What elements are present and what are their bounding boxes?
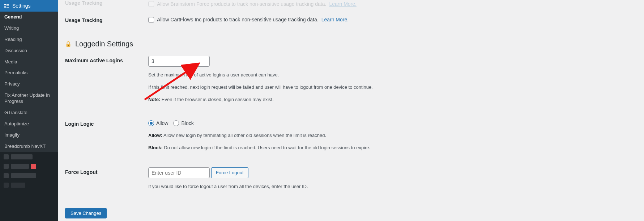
force-logout-userid-input[interactable] [148,167,210,178]
svg-rect-0 [4,4,6,5]
row-label: Usage Tracking [65,0,145,10]
lock-icon [65,41,72,47]
desc-text: Do not allow new login if the limit is r… [163,145,370,150]
sidebar-item-writing[interactable]: Writing [0,23,58,34]
sidebar-item-label: Reading [4,37,22,42]
login-logic-allow-desc: Allow: Allow new login by terminating al… [148,132,553,139]
checkbox-label: Allow Brainstorm Force products to track… [157,0,326,8]
note-label: Note: [148,97,160,102]
svg-rect-6 [68,45,69,46]
desc-bold: Block: [148,145,163,150]
redacted-label [11,154,33,159]
sidebar-item-permalinks[interactable]: Permalinks [0,67,58,79]
sidebar-item-discussion[interactable]: Discussion [0,45,58,57]
login-logic-allow-option[interactable]: Allow [148,119,168,127]
max-logins-row: Maximum Active Logins Set the maximum no… [65,50,557,113]
svg-rect-1 [4,7,6,8]
redacted-icon [4,164,9,169]
sidebar-submenu: General Writing Reading Discussion Media… [0,12,58,152]
note-text: Even if the browser is closed, login ses… [160,97,274,102]
row-label: Usage Tracking [65,10,145,30]
radio-label: Block [181,119,193,127]
row-label: Maximum Active Logins [65,50,145,113]
sidebar-item-label: Autoptimize [4,121,29,126]
login-logic-block-radio[interactable] [173,120,179,126]
sidebar-item-privacy[interactable]: Privacy [0,79,58,90]
svg-rect-3 [7,7,9,8]
loggedin-section-heading: Loggedin Settings [65,40,557,48]
sidebar-item-label: Writing [4,25,19,31]
sidebar-menu-settings[interactable]: Settings [0,0,58,12]
svg-rect-4 [7,5,9,6]
force-logout-button[interactable]: Force Logout [211,167,248,178]
usage-tracking-row-brainstorm: Usage Tracking Allow Brainstorm Force pr… [65,0,557,10]
redacted-label [11,183,25,188]
max-logins-note: Note: Even if the browser is closed, log… [148,96,553,104]
learn-more-link[interactable]: Learn More. [329,0,356,8]
row-label: Login Logic [65,114,145,162]
login-logic-allow-radio[interactable] [148,120,154,126]
notification-badge-icon [31,164,36,169]
settings-icon [4,3,9,9]
usage-tracking-row-cartflows: Usage Tracking Allow CartFlows Inc produ… [65,10,557,30]
redacted-label [11,173,36,178]
sidebar-item-imagify[interactable]: Imagify [0,130,58,141]
force-logout-row: Force Logout Force Logout If you would l… [65,162,557,201]
sidebar-item-reading[interactable]: Reading [0,34,58,45]
sidebar-item-label: Media [4,59,17,64]
learn-more-link[interactable]: Learn More. [321,16,349,24]
sidebar-menu-label: Settings [12,3,31,9]
sidebar-item-label: Privacy [4,81,20,87]
sidebar-item-label: Breadcrumb NavXT [4,143,46,149]
max-logins-desc-2: If this limit reached, next login reques… [148,84,553,91]
max-logins-input[interactable] [148,56,210,67]
redacted-icon [4,183,9,188]
login-logic-row: Login Logic Allow Block Allow: Allow [65,114,557,162]
sidebar-item-label: GTranslate [4,110,27,115]
sidebar-item-label: Permalinks [4,70,27,75]
login-logic-block-option[interactable]: Block [173,119,193,127]
sidebar-item-redacted[interactable] [0,152,58,162]
sidebar-item-label: Fix Another Update In Progress [4,92,50,104]
desc-text: Allow new login by terminating all other… [162,133,326,138]
sidebar-item-label: Discussion [4,48,27,53]
force-logout-desc: If you would like to force logout a user… [148,183,553,191]
checkbox-label: Allow CartFlows Inc products to track no… [157,16,319,24]
sidebar-item-label: Imagify [4,132,20,138]
save-changes-button[interactable]: Save Changes [65,208,107,218]
desc-bold: Allow: [148,133,162,138]
sidebar-item-gtranslate[interactable]: GTranslate [0,107,58,118]
settings-page: Usage Tracking Allow Brainstorm Force pr… [58,0,564,221]
section-title: Loggedin Settings [75,40,133,48]
radio-label: Allow [156,119,168,127]
redacted-icon [4,173,9,178]
svg-rect-2 [7,4,9,5]
usage-tracking-checkbox-cartflows[interactable] [148,17,154,23]
sidebar-item-redacted[interactable] [0,180,58,190]
sidebar-item-redacted[interactable] [0,162,58,171]
sidebar-item-breadcrumb[interactable]: Breadcrumb NavXT [0,141,58,152]
admin-sidebar: Settings General Writing Reading Discuss… [0,0,58,221]
login-logic-block-desc: Block: Do not allow new login if the lim… [148,144,553,152]
sidebar-item-label: General [4,14,22,20]
max-logins-desc-1: Set the maximum no. of active logins a u… [148,71,553,79]
row-label: Force Logout [65,162,145,201]
usage-tracking-checkbox-brainstorm[interactable] [148,1,154,7]
sidebar-item-redacted[interactable] [0,171,58,180]
sidebar-item-fix-update[interactable]: Fix Another Update In Progress [0,90,58,107]
sidebar-item-general[interactable]: General [0,12,58,23]
sidebar-item-media[interactable]: Media [0,57,58,68]
redacted-label [11,164,29,169]
sidebar-item-autoptimize[interactable]: Autoptimize [0,118,58,130]
redacted-icon [4,154,9,159]
